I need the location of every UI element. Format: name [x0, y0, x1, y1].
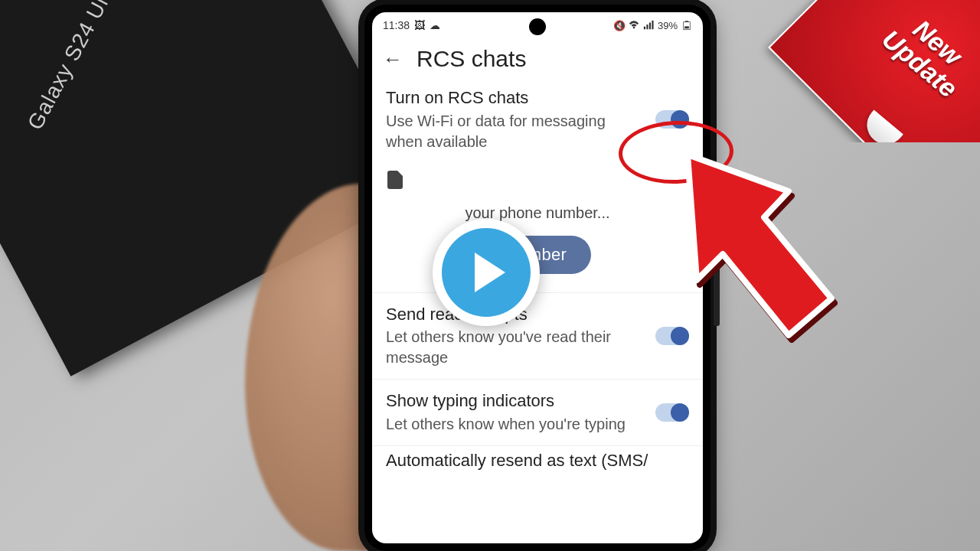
svg-rect-0: [644, 27, 645, 30]
svg-rect-1: [646, 24, 648, 29]
row-typing-indicators[interactable]: Show typing indicators Let others know w…: [372, 380, 703, 446]
play-button[interactable]: [433, 219, 540, 326]
corner-ribbon: New Update: [753, 0, 980, 142]
svg-marker-7: [688, 155, 831, 335]
page-title: RCS chats: [416, 46, 526, 72]
back-arrow-icon[interactable]: ←: [383, 49, 403, 69]
sim-icon: [387, 171, 403, 189]
toggle-typing[interactable]: [655, 403, 689, 422]
front-camera: [529, 18, 546, 35]
row-subtitle: Let others know you've read their messag…: [386, 327, 689, 368]
play-icon: [442, 228, 531, 317]
row-auto-resend-partial[interactable]: Automatically resend as text (SMS/: [372, 446, 703, 471]
app-header: ← RCS chats: [372, 37, 703, 77]
pointer-arrow: [674, 145, 842, 344]
signal-icon: [643, 20, 654, 31]
battery-text: 39%: [658, 20, 678, 31]
row-title: Send read receipts: [386, 304, 689, 326]
row-read-receipts[interactable]: Send read receipts Let others know you'v…: [372, 293, 703, 380]
svg-rect-2: [649, 23, 651, 30]
row-subtitle: Let others know when you're typing: [386, 414, 689, 435]
status-time: 11:38: [383, 19, 410, 31]
mute-icon: 🔇: [614, 20, 625, 31]
svg-rect-6: [684, 26, 689, 28]
wifi-icon: [629, 20, 639, 31]
svg-rect-3: [652, 21, 653, 29]
image-icon: 🖼: [414, 20, 425, 31]
verify-status-text: your phone number...: [386, 204, 689, 222]
battery-icon: [681, 20, 692, 31]
thumbnail-stage: Galaxy S24 Ultra 11:38 🖼 ☁ 🔇: [0, 0, 980, 551]
row-title: Show typing indicators: [386, 390, 689, 412]
row-title: Turn on RCS chats: [386, 87, 689, 109]
cloud-icon: ☁: [430, 20, 440, 31]
